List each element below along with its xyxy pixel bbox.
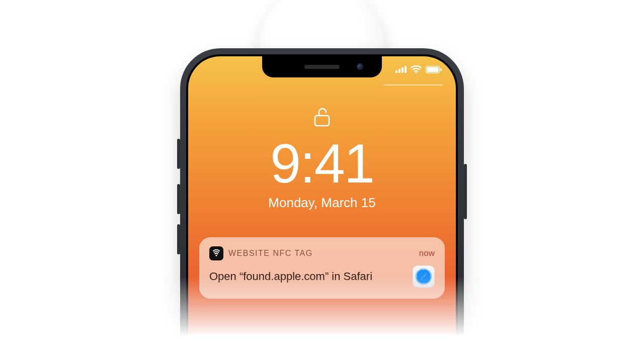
svg-rect-7 <box>440 68 442 71</box>
svg-point-4 <box>415 72 417 73</box>
unlock-icon <box>314 107 330 129</box>
battery-icon <box>426 66 442 75</box>
svg-rect-3 <box>405 66 407 73</box>
iphone-screen: 9:41 Monday, March 15 WEBSITE NFC TAG no… <box>188 56 456 362</box>
cellular-signal-icon <box>395 66 407 75</box>
notification-header: WEBSITE NFC TAG now <box>209 246 435 260</box>
notification-source-label: WEBSITE NFC TAG <box>228 249 313 258</box>
status-bar <box>395 65 442 75</box>
svg-rect-1 <box>398 69 400 73</box>
lock-screen-date: Monday, March 15 <box>188 195 456 211</box>
safari-icon <box>413 265 435 288</box>
iphone-device-frame: 9:41 Monday, March 15 WEBSITE NFC TAG no… <box>180 48 464 362</box>
earpiece-speaker <box>304 65 340 69</box>
nfc-icon <box>209 246 223 260</box>
svg-rect-6 <box>427 67 439 72</box>
svg-point-8 <box>215 254 217 256</box>
notification-message: Open “found.apple.com” in Safari <box>209 270 406 283</box>
iphone-bezel: 9:41 Monday, March 15 WEBSITE NFC TAG no… <box>186 54 458 362</box>
wifi-icon <box>411 65 422 75</box>
svg-rect-2 <box>401 67 404 73</box>
nfc-notification-card[interactable]: WEBSITE NFC TAG now Open “found.apple.co… <box>199 237 445 299</box>
display-notch <box>262 56 382 77</box>
status-bar-underline <box>383 84 443 85</box>
notification-body: Open “found.apple.com” in Safari <box>209 265 435 288</box>
svg-rect-0 <box>395 70 397 73</box>
front-camera <box>357 63 364 70</box>
notification-timestamp: now <box>419 248 435 258</box>
lock-screen-time: 9:41 <box>188 136 456 191</box>
lock-screen-header: 9:41 Monday, March 15 <box>188 107 456 211</box>
product-image-stage: 9:41 Monday, March 15 WEBSITE NFC TAG no… <box>0 0 644 362</box>
